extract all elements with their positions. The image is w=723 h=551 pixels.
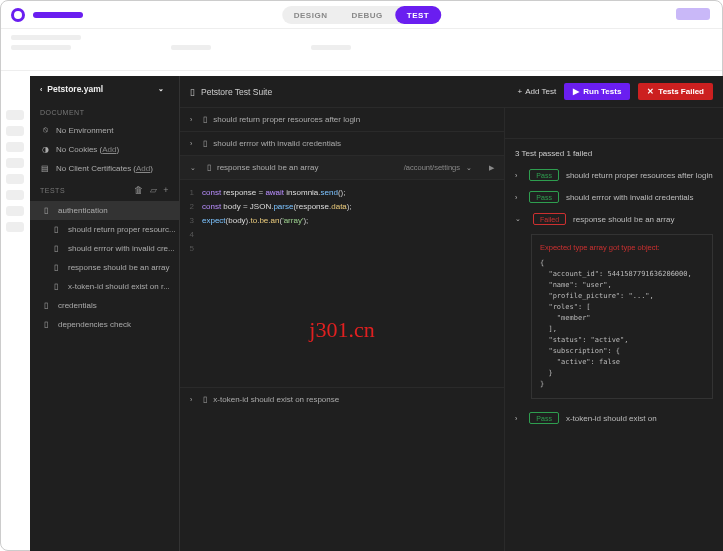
sidebar-test-group[interactable]: ▯credentials — [30, 296, 179, 315]
sidebar-test-item[interactable]: ▯x-token-id should exist on r... — [30, 277, 179, 296]
sidebar-doc-row[interactable]: ⦸No Environment — [30, 120, 179, 140]
tab-debug[interactable]: DEBUG — [339, 6, 394, 24]
browser-subheader — [1, 29, 722, 71]
folder-icon: ▯ — [44, 320, 52, 329]
header-action-button[interactable] — [676, 8, 710, 20]
test-path[interactable]: /account/settings — [404, 163, 460, 172]
play-icon[interactable]: ▶ — [489, 164, 494, 172]
add-link[interactable]: Add — [102, 145, 116, 154]
doc-icon: ▯ — [54, 263, 62, 272]
chevron-right-icon: › — [190, 140, 192, 147]
sidebar-doc-row[interactable]: ◑No Cookies (Add) — [30, 140, 179, 159]
editor-column: ›▯should return proper resources after l… — [180, 108, 505, 551]
doc-icon: ▯ — [54, 244, 62, 253]
url-stub — [33, 12, 83, 18]
result-row[interactable]: ⌄Failedresponse should be an array — [505, 208, 723, 230]
run-tests-button[interactable]: ▶ Run Tests — [564, 83, 630, 100]
result-row[interactable]: ›Passx-token-id should exist on — [505, 407, 723, 429]
document-section-header: DOCUMENT — [30, 102, 179, 120]
code-editor[interactable]: 1const response = await insomnia.send();… — [180, 180, 504, 262]
tests-status-badge: ✕ Tests Failed — [638, 83, 713, 100]
chevron-down-icon[interactable]: ⌄ — [466, 164, 472, 172]
chevron-down-icon: ⌄ — [515, 215, 521, 223]
browser-side-stubs — [6, 110, 24, 232]
add-icon[interactable]: + — [163, 185, 169, 195]
sidebar-test-group[interactable]: ▯authentication — [30, 201, 179, 220]
trash-icon[interactable]: 🗑 — [134, 185, 144, 195]
status-pill-pass: Pass — [529, 412, 559, 424]
app-logo-icon — [11, 8, 25, 22]
tests-section-header: TESTS 🗑 ▱ + — [30, 178, 179, 199]
tab-test[interactable]: TEST — [395, 6, 441, 24]
folder-icon: ▯ — [44, 301, 52, 310]
chevron-left-icon: ‹ — [40, 86, 42, 93]
fail-json: { "account_id": 5441587791636206000, "na… — [540, 258, 704, 390]
sidebar-doc-row[interactable]: ▤No Client Certificates (Add) — [30, 159, 179, 178]
status-pill-pass: Pass — [529, 169, 559, 181]
row-icon: ▤ — [40, 164, 50, 173]
plus-icon: + — [518, 87, 523, 96]
toolbar: ▯ Petstore Test Suite + Add Test ▶ Run T… — [180, 76, 723, 108]
file-name: Petstore.yaml — [47, 84, 103, 94]
sidebar-test-item[interactable]: ▯response should be an array — [30, 258, 179, 277]
status-pill-pass: Pass — [529, 191, 559, 203]
filter-icon[interactable]: ▱ — [150, 185, 158, 195]
test-row[interactable]: › ▯ x-token-id should exist on response — [180, 387, 504, 411]
chevron-down-icon: ⌄ — [190, 164, 196, 172]
doc-icon: ▯ — [190, 87, 195, 97]
chevron-right-icon: › — [515, 172, 517, 179]
doc-icon: ▯ — [203, 115, 207, 124]
tab-design[interactable]: DESIGN — [282, 6, 340, 24]
sidebar: ‹ Petstore.yaml ⌄ DOCUMENT ⦸No Environme… — [30, 76, 180, 551]
doc-icon: ▯ — [54, 225, 62, 234]
test-row[interactable]: ›▯should return proper resources after l… — [180, 108, 504, 132]
results-column: 3 Test passed 1 failed ›Passshould retur… — [505, 108, 723, 551]
fail-detail: Expected type array got type object:{ "a… — [531, 234, 713, 399]
chevron-right-icon: › — [515, 194, 517, 201]
chevron-right-icon: › — [515, 415, 517, 422]
fail-message: Expected type array got type object: — [540, 243, 704, 252]
main-area: ▯ Petstore Test Suite + Add Test ▶ Run T… — [180, 76, 723, 551]
x-icon: ✕ — [647, 87, 654, 96]
doc-icon: ▯ — [54, 282, 62, 291]
sidebar-test-item[interactable]: ▯should return proper resourc... — [30, 220, 179, 239]
result-row[interactable]: ›Passshould errror with invalid credenti… — [505, 186, 723, 208]
test-row[interactable]: ⌄▯response should be an array/account/se… — [180, 156, 504, 180]
chevron-right-icon: › — [190, 396, 192, 403]
status-pill-fail: Failed — [533, 213, 566, 225]
mode-tabs: DESIGN DEBUG TEST — [282, 6, 442, 24]
test-row[interactable]: ›▯should errror with invalid credentials — [180, 132, 504, 156]
results-summary: 3 Test passed 1 failed — [505, 139, 723, 164]
result-row[interactable]: ›Passshould return proper resources afte… — [505, 164, 723, 186]
add-link[interactable]: Add — [136, 164, 150, 173]
suite-title: ▯ Petstore Test Suite — [190, 87, 510, 97]
chevron-down-icon: ⌄ — [158, 85, 164, 93]
folder-icon: ▯ — [44, 206, 52, 215]
doc-icon: ▯ — [207, 163, 211, 172]
chevron-right-icon: › — [190, 116, 192, 123]
play-icon: ▶ — [573, 87, 579, 96]
file-selector[interactable]: ‹ Petstore.yaml ⌄ — [30, 76, 179, 102]
row-icon: ⦸ — [40, 125, 50, 135]
doc-icon: ▯ — [203, 139, 207, 148]
app-panel: ‹ Petstore.yaml ⌄ DOCUMENT ⦸No Environme… — [30, 76, 723, 551]
row-icon: ◑ — [40, 145, 50, 154]
add-test-button[interactable]: + Add Test — [518, 87, 557, 96]
browser-chrome: DESIGN DEBUG TEST — [1, 1, 722, 29]
doc-icon: ▯ — [203, 395, 207, 404]
watermark: j301.cn — [309, 317, 374, 343]
sidebar-test-item[interactable]: ▯should errror with invalid cre... — [30, 239, 179, 258]
sidebar-test-group[interactable]: ▯dependencies check — [30, 315, 179, 334]
